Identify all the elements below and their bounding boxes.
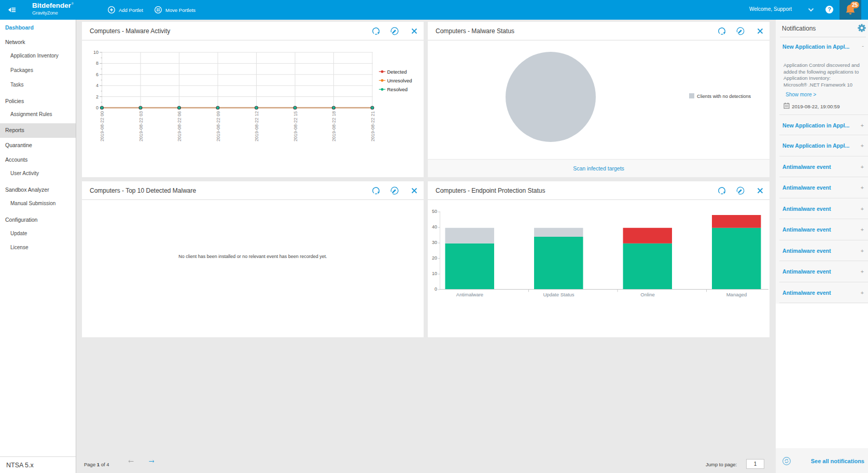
svg-text:Managed: Managed (726, 292, 747, 297)
svg-text:50: 50 (432, 209, 437, 214)
svg-text:Detected: Detected (387, 69, 407, 75)
svg-text:2019-08-22 03: 2019-08-22 03 (138, 111, 144, 142)
svg-text:8: 8 (96, 61, 99, 66)
svg-text:10: 10 (432, 271, 437, 276)
svg-text:0: 0 (435, 286, 437, 292)
svg-text:Clients with no detections: Clients with no detections (697, 94, 751, 99)
svg-text:Unresolved: Unresolved (387, 78, 412, 83)
svg-text:4: 4 (96, 83, 99, 88)
svg-text:Antimalware: Antimalware (456, 292, 483, 297)
svg-text:40: 40 (432, 224, 437, 230)
svg-text:Update Status: Update Status (543, 292, 574, 297)
svg-text:2019-08-22 21: 2019-08-22 21 (370, 111, 375, 142)
svg-text:2: 2 (96, 94, 99, 99)
svg-text:2019-08-22 00: 2019-08-22 00 (100, 111, 105, 142)
svg-text:6: 6 (96, 72, 99, 77)
svg-text:2019-08-22 12: 2019-08-22 12 (254, 111, 259, 142)
svg-text:Online: Online (640, 292, 654, 297)
svg-text:0: 0 (96, 105, 99, 110)
svg-text:2019-08-22 18: 2019-08-22 18 (331, 111, 337, 142)
svg-text:2019-08-22 06: 2019-08-22 06 (177, 111, 182, 142)
svg-text:10: 10 (93, 50, 99, 55)
svg-text:20: 20 (432, 255, 437, 261)
svg-text:2019-08-22 15: 2019-08-22 15 (293, 111, 298, 142)
svg-text:30: 30 (432, 240, 437, 245)
svg-text:2019-08-22 09: 2019-08-22 09 (216, 111, 221, 142)
svg-text:Resolved: Resolved (387, 87, 408, 92)
